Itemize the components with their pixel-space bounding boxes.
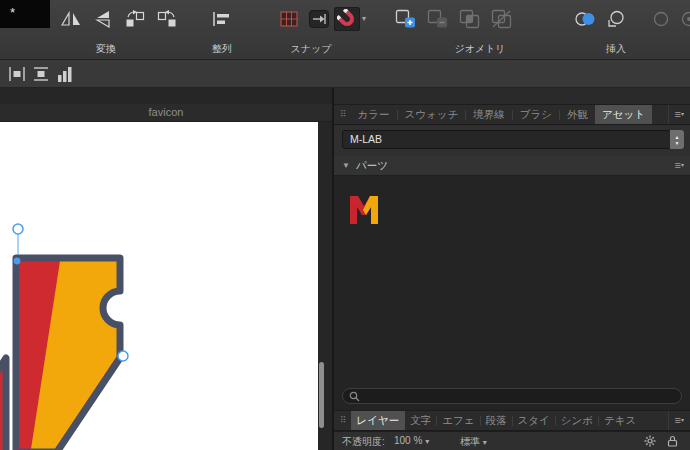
tabbar-spacer [641,411,667,430]
circle-dot-tool-icon [679,9,690,29]
extra-tool-button-1[interactable] [648,7,674,31]
layers-controls-row: 不透明度: 100 % ▾ 標準 ▾ [334,431,690,450]
app-window: * 変換 整列 ▾ スナップ [0,0,690,450]
flip-horizontal-icon [61,11,81,27]
chevron-down-icon: ▾ [681,162,684,168]
select-stepper-icon[interactable]: ▲▼ [670,130,684,149]
asset-category-row: M-LAB ▲▼ [334,125,690,156]
document-view-label[interactable]: favicon [0,104,332,122]
chevron-down-icon: ▾ [681,111,684,117]
canvas-area: favicon [0,88,332,450]
logo-artwork[interactable] [0,122,318,450]
insert-inside-icon [573,9,597,29]
rotate-ccw-icon [125,10,145,28]
tab-layers[interactable]: レイヤー [351,411,406,430]
parts-section-header[interactable]: ▼ パーツ ≡▾ [334,156,690,176]
insert-behind-button[interactable] [604,7,630,31]
boolean-intersect-icon [458,9,480,29]
tab-text[interactable]: テキス [599,411,641,430]
tab-stroke[interactable]: 境界線 [466,105,512,124]
chevron-down-icon: ▾ [681,417,684,423]
histogram-panel-button[interactable] [54,63,76,85]
align-left-icon [211,11,231,27]
lock-icon [667,435,678,447]
category-select[interactable]: M-LAB ▲▼ [342,130,684,149]
distribute-horizontal-icon [8,66,26,82]
boolean-add-icon [394,9,416,29]
toolbar-overflow-badge[interactable]: * [0,0,50,28]
distribute-vertical-button[interactable] [30,63,52,85]
search-icon [349,391,360,402]
tab-symbols[interactable]: シンボ [556,411,598,430]
geometry-add-button[interactable] [392,7,418,31]
artboard-page[interactable] [0,122,318,450]
snap-options-caret-icon[interactable]: ▾ [362,14,366,23]
rotate-cw-button[interactable] [154,7,180,31]
snap-candidates-button[interactable] [306,7,332,31]
geometry-divide-button[interactable] [488,7,514,31]
chevron-down-icon: ▾ [483,438,487,447]
extra-tool-button-2[interactable] [676,7,690,31]
distribute-vertical-icon [33,66,49,82]
bar-chart-icon [56,65,74,83]
rotate-ccw-button[interactable] [122,7,148,31]
align-button[interactable] [208,7,234,31]
boolean-subtract-icon [426,9,448,29]
selection-handle-right[interactable] [118,351,128,361]
tab-character[interactable]: 文字 [405,411,436,430]
snap-group-label: スナップ [281,42,341,56]
disclosure-triangle-icon[interactable]: ▼ [334,161,356,170]
section-title: パーツ [356,159,388,173]
studio-panel: ⠿ カラー スウォッチ 境界線 ブラシ 外観 アセット ≡▾ M-LAB ▲▼ … [332,88,690,450]
document-title: favicon [149,106,184,118]
tab-assets[interactable]: アセット [595,105,652,124]
panel-menu-button[interactable]: ≡▾ [668,105,690,124]
magnet-icon [337,9,357,29]
transform-group-label: 変換 [81,42,131,56]
category-value: M-LAB [350,133,382,145]
flip-vertical-icon [95,10,111,28]
snap-toggle-button[interactable] [334,7,360,31]
asset-search-field[interactable] [342,388,682,404]
tab-appearance[interactable]: 外観 [560,105,595,124]
align-group-label: 整列 [197,42,247,56]
selection-handle-top[interactable] [13,224,23,234]
distribute-horizontal-button[interactable] [6,63,28,85]
context-toolbar [0,60,690,88]
blend-mode-select[interactable]: 標準 ▾ [460,435,487,449]
section-menu-button[interactable]: ≡▾ [669,156,690,175]
flip-horizontal-button[interactable] [58,7,84,31]
layer-settings-button[interactable] [644,435,656,449]
layer-lock-button[interactable] [667,435,678,449]
tab-effects[interactable]: エフェ [437,411,479,430]
snap-grid-button[interactable] [276,7,302,31]
opacity-label: 不透明度: [342,435,385,449]
drag-handle-icon[interactable]: ⠿ [334,411,351,430]
flip-vertical-button[interactable] [90,7,116,31]
search-input[interactable] [364,390,681,402]
selection-node-corner[interactable] [14,258,21,265]
tab-styles[interactable]: スタイ [513,411,555,430]
tab-color[interactable]: カラー [351,105,397,124]
insert-group-label: 挿入 [591,42,641,56]
rotate-cw-icon [157,10,177,28]
vertical-scrollbar-thumb[interactable] [319,362,324,428]
studio-tabbar-lower: ⠿ レイヤー 文字 エフェ 段落 スタイ シンボ テキス ≡▾ [334,410,690,431]
main-toolbar: * 変換 整列 ▾ スナップ [0,0,690,60]
asset-thumbnail-m-logo[interactable] [346,192,382,228]
panel-menu-button[interactable]: ≡▾ [668,411,690,430]
chevron-down-icon: ▾ [425,437,429,446]
snap-grid-icon [280,11,298,27]
tabbar-spacer [652,105,668,124]
toolbar-overflow-label: * [10,5,15,20]
studio-tabbar-upper: ⠿ カラー スウォッチ 境界線 ブラシ 外観 アセット ≡▾ [334,104,690,125]
opacity-value[interactable]: 100 % ▾ [394,435,429,446]
tab-paragraph[interactable]: 段落 [481,411,512,430]
tab-swatches[interactable]: スウォッチ [398,105,466,124]
insert-behind-icon [605,9,629,29]
drag-handle-icon[interactable]: ⠿ [334,105,351,124]
tab-brushes[interactable]: ブラシ [513,105,559,124]
geometry-subtract-button[interactable] [424,7,450,31]
geometry-intersect-button[interactable] [456,7,482,31]
insert-inside-button[interactable] [572,7,598,31]
